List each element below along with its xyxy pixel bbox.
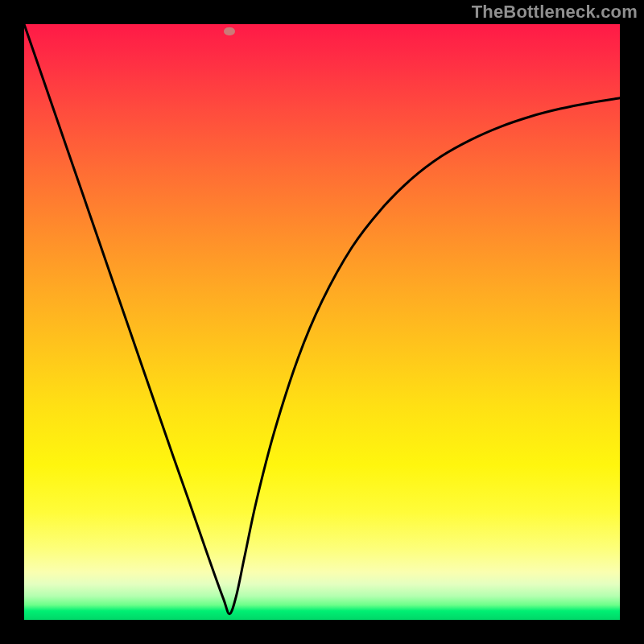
- chart-frame: TheBottleneck.com: [0, 0, 644, 644]
- watermark-text: TheBottleneck.com: [472, 2, 638, 23]
- curve-layer: [24, 24, 620, 620]
- optimal-point-marker: [224, 27, 235, 35]
- bottleneck-curve: [24, 24, 620, 614]
